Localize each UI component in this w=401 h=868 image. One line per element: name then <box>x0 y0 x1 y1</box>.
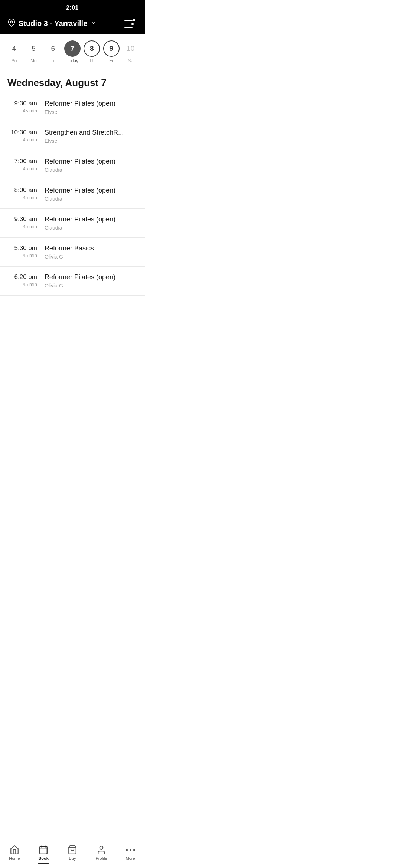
svg-point-0 <box>10 21 13 23</box>
class-item-2[interactable]: 10:30 am 45 min Strengthen and StretchR.… <box>0 122 145 151</box>
class-info-6: Reformer Basics Olivia G <box>45 244 137 260</box>
day-label-6: Tu <box>50 58 56 63</box>
day-number-7: 7 <box>64 40 81 57</box>
day-number-10: 10 <box>123 40 139 57</box>
class-list: 9:30 am 45 min Reformer Pilates (open) E… <box>0 93 145 296</box>
class-item-3[interactable]: 7:00 am 45 min Reformer Pilates (open) C… <box>0 151 145 180</box>
day-number-5: 5 <box>25 40 42 57</box>
day-label-9: Fr <box>109 58 113 63</box>
calendar-day-7[interactable]: 7 Today <box>64 40 81 63</box>
day-label-7: Today <box>66 58 78 63</box>
day-number-6: 6 <box>45 40 61 57</box>
class-time-3: 7:00 am 45 min <box>7 158 45 171</box>
calendar-strip: 4 Su 5 Mo 6 Tu 7 Today 8 Th 9 Fr 10 Sa <box>0 34 145 68</box>
class-item-5[interactable]: 9:30 am 45 min Reformer Pilates (open) C… <box>0 209 145 238</box>
calendar-day-5[interactable]: 5 Mo <box>25 40 42 63</box>
class-item-4[interactable]: 8:00 am 45 min Reformer Pilates (open) C… <box>0 180 145 209</box>
chevron-down-icon <box>91 20 96 27</box>
calendar-day-4[interactable]: 4 Su <box>6 40 22 63</box>
day-label-10: Sa <box>128 58 133 63</box>
class-time-6: 5:30 pm 45 min <box>7 244 45 258</box>
day-label-4: Su <box>12 58 17 63</box>
class-time-2: 10:30 am 45 min <box>7 129 45 142</box>
class-info-7: Reformer Pilates (open) Olivia G <box>45 273 137 289</box>
calendar-day-10[interactable]: 10 Sa <box>123 40 139 63</box>
class-info-5: Reformer Pilates (open) Claudia <box>45 216 137 231</box>
location-icon <box>7 19 16 29</box>
day-number-9: 9 <box>103 40 120 57</box>
header: Studio 3 - Yarraville <box>0 14 145 34</box>
status-bar: 2:01 <box>0 0 145 14</box>
day-number-4: 4 <box>6 40 22 57</box>
class-info-1: Reformer Pilates (open) Elyse <box>45 100 137 115</box>
location-name: Studio 3 - Yarraville <box>19 19 87 28</box>
day-number-8: 8 <box>84 40 100 57</box>
calendar-day-6[interactable]: 6 Tu <box>45 40 61 63</box>
class-item-6[interactable]: 5:30 pm 45 min Reformer Basics Olivia G <box>0 238 145 267</box>
class-time-7: 6:20 pm 45 min <box>7 273 45 287</box>
day-label-5: Mo <box>30 58 37 63</box>
filter-button[interactable] <box>124 19 137 28</box>
class-time-1: 9:30 am 45 min <box>7 100 45 114</box>
calendar-day-9[interactable]: 9 Fr <box>103 40 120 63</box>
class-item-1[interactable]: 9:30 am 45 min Reformer Pilates (open) E… <box>0 93 145 122</box>
day-label-8: Th <box>89 58 94 63</box>
class-item-7[interactable]: 6:20 pm 45 min Reformer Pilates (open) O… <box>0 267 145 296</box>
calendar-day-8[interactable]: 8 Th <box>84 40 100 63</box>
class-info-3: Reformer Pilates (open) Claudia <box>45 158 137 173</box>
location-selector[interactable]: Studio 3 - Yarraville <box>7 19 96 29</box>
date-heading: Wednesday, August 7 <box>0 68 145 93</box>
class-info-4: Reformer Pilates (open) Claudia <box>45 187 137 202</box>
class-time-4: 8:00 am 45 min <box>7 187 45 200</box>
class-info-2: Strengthen and StretchR... Elyse <box>45 129 137 144</box>
time-display: 2:01 <box>66 4 79 11</box>
class-time-5: 9:30 am 45 min <box>7 216 45 229</box>
